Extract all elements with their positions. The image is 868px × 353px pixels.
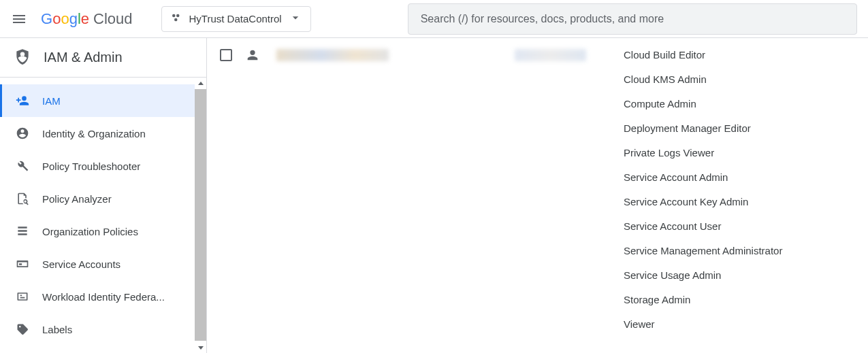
sidebar-item-labels[interactable]: Labels (0, 313, 206, 346)
role-item: Service Management Administrator (624, 245, 868, 256)
role-item: Service Account Admin (624, 171, 868, 183)
sidebar-item-label: Labels (42, 324, 72, 335)
role-item: Private Logs Viewer (624, 147, 868, 158)
svg-point-0 (172, 14, 176, 17)
principal-redacted (276, 49, 389, 61)
person-add-icon (15, 94, 30, 107)
shield-account-icon (14, 48, 31, 68)
top-bar: Google Cloud HyTrust DataControl (0, 0, 868, 38)
google-cloud-logo[interactable]: Google Cloud (41, 10, 133, 28)
svg-point-1 (176, 14, 180, 17)
sidebar: IAM & Admin IAM Identity & Organization (0, 38, 207, 353)
role-item: Viewer (624, 318, 868, 330)
chevron-down-icon (289, 11, 302, 27)
badge-icon (15, 290, 30, 303)
sidebar-item-organization-policies[interactable]: Organization Policies (0, 215, 206, 248)
sidebar-item-policy-analyzer[interactable]: Policy Analyzer (0, 182, 206, 215)
role-item: Service Usage Admin (624, 269, 868, 281)
role-item: Cloud KMS Admin (624, 73, 868, 85)
main-content: Cloud Build Editor Cloud KMS Admin Compu… (207, 38, 868, 353)
roles-list: Cloud Build Editor Cloud KMS Admin Compu… (624, 49, 868, 330)
sidebar-item-label: Organization Policies (42, 226, 138, 237)
menu-icon[interactable] (11, 11, 27, 27)
sidebar-title: IAM & Admin (44, 50, 123, 65)
principal-row: Cloud Build Editor Cloud KMS Admin Compu… (207, 48, 868, 330)
role-item: Compute Admin (624, 98, 868, 110)
sidebar-item-identity-organization[interactable]: Identity & Organization (0, 117, 206, 150)
person-icon (245, 48, 260, 65)
scrollbar-down-icon[interactable] (195, 341, 206, 353)
sidebar-item-label: IAM (42, 95, 61, 107)
sidebar-item-label: Identity & Organization (42, 128, 146, 139)
sidebar-item-policy-troubleshooter[interactable]: Policy Troubleshooter (0, 150, 206, 182)
row-checkbox[interactable] (220, 49, 232, 61)
project-name: HyTrust DataControl (189, 13, 282, 24)
sidebar-item-service-accounts[interactable]: Service Accounts (0, 248, 206, 280)
sidebar-list: IAM Identity & Organization Policy Troub… (0, 78, 206, 346)
doc-search-icon (15, 192, 30, 205)
wrench-icon (15, 159, 30, 173)
account-circle-icon (15, 127, 30, 140)
name-redacted (515, 49, 586, 61)
sidebar-item-label: Workload Identity Federa... (42, 291, 165, 303)
project-scope-icon (170, 12, 182, 27)
sidebar-item-workload-identity-federation[interactable]: Workload Identity Federa... (0, 280, 206, 313)
sidebar-scrollbar[interactable] (195, 78, 206, 353)
sidebar-header: IAM & Admin (0, 38, 206, 78)
cloud-word: Cloud (93, 10, 132, 28)
svg-point-2 (174, 18, 178, 21)
project-picker[interactable]: HyTrust DataControl (161, 6, 311, 32)
scrollbar-up-icon[interactable] (195, 78, 206, 89)
scrollbar-thumb[interactable] (195, 89, 206, 341)
sidebar-item-iam[interactable]: IAM (0, 84, 206, 117)
sidebar-item-label: Policy Analyzer (42, 193, 112, 205)
card-icon (15, 257, 30, 271)
sidebar-item-label: Policy Troubleshooter (42, 161, 140, 172)
role-item: Cloud Build Editor (624, 49, 868, 61)
sidebar-item-label: Service Accounts (42, 258, 120, 270)
list-icon (15, 224, 30, 238)
role-item: Storage Admin (624, 294, 868, 305)
tag-icon (15, 322, 30, 336)
search-input[interactable] (408, 3, 857, 35)
role-item: Deployment Manager Editor (624, 122, 868, 134)
role-item: Service Account User (624, 220, 868, 232)
role-item: Service Account Key Admin (624, 196, 868, 207)
search-container (408, 3, 857, 35)
